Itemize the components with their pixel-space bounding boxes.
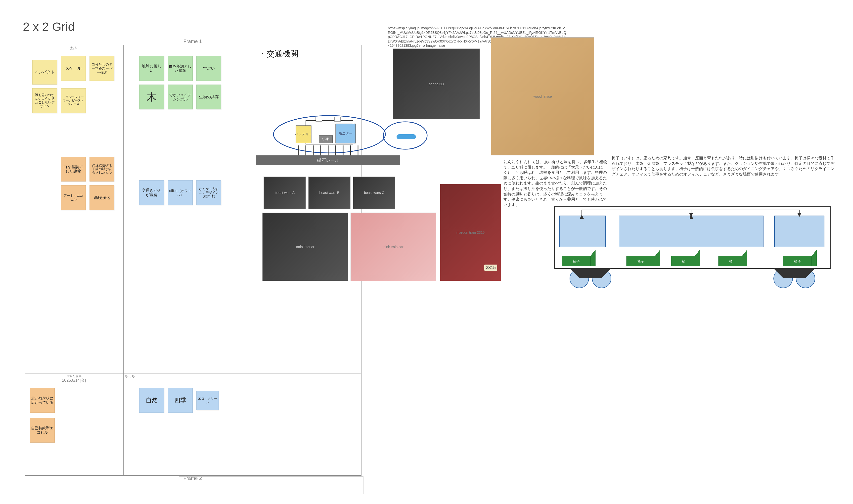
bogies — [570, 269, 815, 288]
image-pinktrain[interactable]: pink train car — [350, 213, 436, 281]
note-coexist[interactable]: 生物の共存 — [196, 85, 221, 109]
image-lattice[interactable]: wood lattice — [491, 37, 594, 156]
image-interior[interactable]: train interior — [262, 213, 348, 281]
bullet-transport: ・交通機関 — [258, 49, 298, 59]
image-b1-label: beast wars A — [275, 191, 295, 195]
note-office[interactable]: office（オフィス） — [168, 180, 193, 205]
pod-chair-label: いす — [322, 137, 329, 141]
train-schematic[interactable]: 椅子 椅子 椅 椅 - 椅子 — [552, 204, 835, 288]
frame-1-label: Frame 1 — [25, 38, 361, 44]
note-earth[interactable]: 地球に優しい — [139, 56, 164, 81]
pod-ant1 — [316, 117, 322, 121]
pod-monitor-label: モニター — [339, 131, 352, 135]
chair-paragraph: 椅子（いす）は、座るための家具です。通常、座面と背もたれがあり、時には肘掛けも付… — [612, 156, 835, 177]
svg-text:椅子: 椅子 — [794, 259, 801, 263]
train-number: 2315 — [484, 265, 497, 271]
pod-rail-label: 磁石レール — [317, 158, 339, 163]
svg-rect-10 — [397, 134, 416, 139]
garlic-paragraph: にんにくにんにくは、強い香りと味を持つ、多年生の植物で、ユリ科に属します。一般的… — [504, 159, 608, 208]
note-transit[interactable]: 交通きかんが豊富 — [139, 180, 164, 205]
image-b3-label: beast wars C — [364, 191, 384, 195]
note-nature[interactable]: 自然 — [139, 388, 164, 413]
cell-tl-label: わき — [25, 46, 123, 51]
maglev-diagram[interactable]: バッテリー いす モニター 磁石レール — [252, 109, 426, 169]
note-eco[interactable]: エコ・クリーン — [196, 391, 219, 410]
garlic-text: にんにくは、強い香りと味を持つ、多年生の植物で、ユリ科に属します。一般的には「大… — [504, 160, 607, 207]
note-foundation[interactable]: 基礎強化 — [90, 185, 114, 210]
svg-text:-: - — [708, 257, 709, 263]
image-beast2[interactable]: beast wars B — [308, 177, 350, 209]
cell-br-sub: もっちー — [123, 374, 155, 378]
note-tree[interactable]: 木 — [139, 85, 164, 109]
note-symbol[interactable]: でかいメインシンボル — [168, 85, 193, 109]
image-pink-label: pink train car — [383, 245, 403, 249]
cell-bl-date: 2025.6/14[金] — [25, 378, 123, 383]
note-tf[interactable]: トランスフォーマー、ビーストウォーズ — [61, 88, 86, 113]
cell-bl-sub: やりたき事 — [25, 374, 123, 378]
note-impact[interactable]: インパクト — [32, 60, 57, 85]
page-title: 2 x 2 Grid — [23, 20, 75, 34]
image-beast1[interactable]: beast wars A — [264, 177, 306, 209]
note-white-bldg[interactable]: 白を基調にした建物 — [61, 157, 86, 181]
note-unseen[interactable]: 誰も思いつかないような見たことないデザイン — [32, 88, 57, 113]
pod-battery-label: バッテリー — [295, 132, 312, 136]
garlic-icon: にんにく — [504, 160, 519, 164]
note-seasons[interactable]: 四季 — [168, 388, 193, 413]
image-lattice-label: wood lattice — [533, 94, 552, 98]
image-int-label: train interior — [296, 245, 314, 249]
note-white-arch[interactable]: 白を基調とした建築 — [168, 56, 193, 81]
frame-2-box[interactable] — [179, 476, 363, 494]
note-art-eco[interactable]: アート・エコビル — [61, 185, 86, 210]
image-b2-label: beast wars B — [320, 191, 340, 195]
pod-ant2 — [334, 117, 341, 121]
note-theme[interactable]: 自分たちのテーマをスーパー強調 — [90, 56, 114, 81]
pod-legs — [298, 145, 358, 156]
svg-text:椅: 椅 — [682, 259, 686, 263]
note-radial[interactable]: 道が放射状に広がっている — [30, 388, 55, 413]
image-shrine-label: shrine 3D — [429, 82, 444, 86]
svg-text:椅子: 椅子 — [573, 259, 580, 263]
image-maroon-label: maroon train 2315 — [456, 231, 485, 234]
image-shrine[interactable]: shrine 3D — [393, 49, 480, 119]
svg-text:椅子: 椅子 — [637, 259, 645, 263]
image-maroon[interactable]: maroon train 2315 2315 — [440, 184, 501, 281]
note-sugoi[interactable]: すごい — [196, 56, 221, 81]
car-box-left — [559, 216, 605, 247]
note-selfsustain[interactable]: 自己持続型エコビル — [30, 418, 55, 443]
note-rail-bldg[interactable]: 高速鉄道や地下鉄の駅が統合されたビル — [90, 157, 114, 181]
pod-side — [383, 122, 427, 149]
svg-text:椅: 椅 — [729, 259, 733, 263]
car-box-right — [775, 216, 824, 247]
whiteboard-canvas[interactable]: 2 x 2 Grid Frame 1 Frame 2 わき やりたき事 2025… — [0, 0, 853, 504]
note-design[interactable]: なんかこうすごいデザイン（建築体） — [196, 180, 221, 205]
note-scale[interactable]: スケール — [61, 56, 86, 81]
image-beast3[interactable]: beast wars C — [353, 177, 395, 209]
car-box-center — [619, 216, 763, 247]
